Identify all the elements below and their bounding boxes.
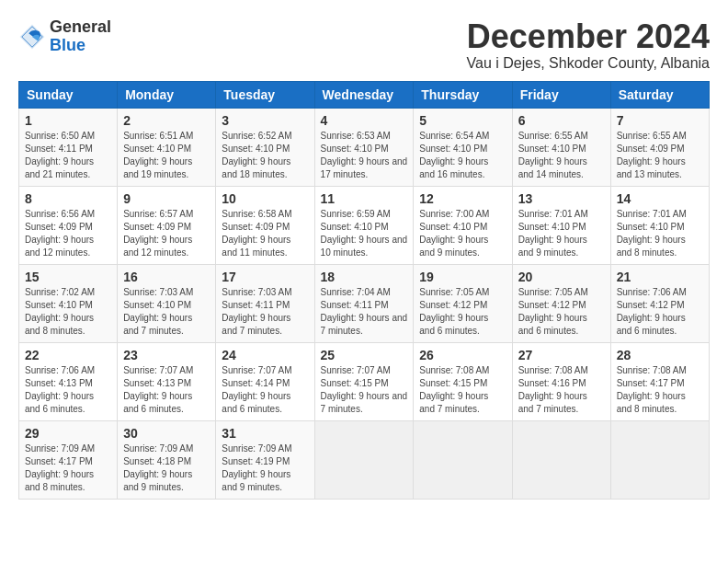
day-info: Sunrise: 7:03 AMSunset: 4:11 PMDaylight:… bbox=[222, 287, 291, 336]
calendar-cell: 26 Sunrise: 7:08 AMSunset: 4:15 PMDaylig… bbox=[414, 342, 512, 420]
day-info: Sunrise: 7:09 AMSunset: 4:17 PMDaylight:… bbox=[25, 443, 95, 492]
calendar-cell: 11 Sunrise: 6:59 AMSunset: 4:10 PMDaylig… bbox=[314, 186, 414, 264]
day-number: 19 bbox=[419, 270, 506, 284]
calendar-week-row: 22 Sunrise: 7:06 AMSunset: 4:13 PMDaylig… bbox=[19, 342, 710, 420]
calendar-cell: 5 Sunrise: 6:54 AMSunset: 4:10 PMDayligh… bbox=[414, 108, 512, 186]
day-number: 9 bbox=[123, 191, 210, 206]
day-number: 15 bbox=[25, 270, 111, 284]
calendar-cell bbox=[414, 420, 512, 499]
day-info: Sunrise: 6:52 AMSunset: 4:10 PMDaylight:… bbox=[222, 131, 291, 179]
calendar-cell: 8 Sunrise: 6:56 AMSunset: 4:09 PMDayligh… bbox=[19, 186, 118, 264]
logo-text: General Blue bbox=[50, 18, 111, 55]
day-number: 16 bbox=[123, 270, 210, 284]
calendar-cell bbox=[610, 420, 709, 499]
day-info: Sunrise: 7:08 AMSunset: 4:15 PMDaylight:… bbox=[419, 365, 489, 414]
logo: General Blue bbox=[18, 18, 111, 55]
calendar-cell: 29 Sunrise: 7:09 AMSunset: 4:17 PMDaylig… bbox=[19, 420, 118, 499]
day-number: 18 bbox=[321, 270, 408, 284]
calendar-day-header: Tuesday bbox=[216, 81, 314, 108]
calendar-cell: 24 Sunrise: 7:07 AMSunset: 4:14 PMDaylig… bbox=[216, 342, 314, 420]
day-info: Sunrise: 7:01 AMSunset: 4:10 PMDaylight:… bbox=[518, 209, 588, 258]
day-info: Sunrise: 7:03 AMSunset: 4:10 PMDaylight:… bbox=[123, 287, 193, 336]
logo-icon bbox=[18, 23, 46, 51]
calendar-cell bbox=[512, 420, 610, 499]
day-number: 20 bbox=[518, 270, 605, 284]
day-info: Sunrise: 6:56 AMSunset: 4:09 PMDaylight:… bbox=[25, 209, 95, 258]
calendar-cell: 27 Sunrise: 7:08 AMSunset: 4:16 PMDaylig… bbox=[512, 342, 610, 420]
calendar-cell: 22 Sunrise: 7:06 AMSunset: 4:13 PMDaylig… bbox=[19, 342, 118, 420]
calendar-cell: 9 Sunrise: 6:57 AMSunset: 4:09 PMDayligh… bbox=[118, 186, 216, 264]
calendar-cell bbox=[314, 420, 414, 499]
day-number: 6 bbox=[518, 113, 605, 128]
day-number: 27 bbox=[518, 348, 605, 362]
calendar-cell: 3 Sunrise: 6:52 AMSunset: 4:10 PMDayligh… bbox=[216, 108, 314, 186]
day-info: Sunrise: 7:07 AMSunset: 4:15 PMDaylight:… bbox=[321, 365, 408, 414]
day-info: Sunrise: 7:07 AMSunset: 4:13 PMDaylight:… bbox=[123, 365, 193, 414]
location-title: Vau i Dejes, Shkoder County, Albania bbox=[467, 55, 710, 72]
calendar-cell: 17 Sunrise: 7:03 AMSunset: 4:11 PMDaylig… bbox=[216, 264, 314, 342]
calendar-cell: 14 Sunrise: 7:01 AMSunset: 4:10 PMDaylig… bbox=[610, 186, 709, 264]
day-info: Sunrise: 7:09 AMSunset: 4:19 PMDaylight:… bbox=[222, 443, 291, 492]
day-info: Sunrise: 7:00 AMSunset: 4:10 PMDaylight:… bbox=[419, 209, 489, 258]
calendar-cell: 19 Sunrise: 7:05 AMSunset: 4:12 PMDaylig… bbox=[414, 264, 512, 342]
calendar-cell: 4 Sunrise: 6:53 AMSunset: 4:10 PMDayligh… bbox=[314, 108, 414, 186]
day-number: 4 bbox=[321, 113, 408, 128]
day-info: Sunrise: 6:55 AMSunset: 4:10 PMDaylight:… bbox=[518, 131, 588, 179]
day-number: 24 bbox=[222, 348, 308, 362]
day-number: 8 bbox=[25, 191, 111, 206]
calendar-cell: 21 Sunrise: 7:06 AMSunset: 4:12 PMDaylig… bbox=[610, 264, 709, 342]
calendar-week-row: 8 Sunrise: 6:56 AMSunset: 4:09 PMDayligh… bbox=[19, 186, 710, 264]
day-info: Sunrise: 6:59 AMSunset: 4:10 PMDaylight:… bbox=[321, 209, 408, 258]
day-info: Sunrise: 7:05 AMSunset: 4:12 PMDaylight:… bbox=[419, 287, 489, 336]
day-info: Sunrise: 6:57 AMSunset: 4:09 PMDaylight:… bbox=[123, 209, 193, 258]
calendar-day-header: Friday bbox=[512, 81, 610, 108]
calendar-table: SundayMondayTuesdayWednesdayThursdayFrid… bbox=[18, 81, 710, 500]
day-number: 30 bbox=[123, 426, 210, 441]
calendar-week-row: 15 Sunrise: 7:02 AMSunset: 4:10 PMDaylig… bbox=[19, 264, 710, 342]
day-number: 22 bbox=[25, 348, 111, 362]
day-info: Sunrise: 7:09 AMSunset: 4:18 PMDaylight:… bbox=[123, 443, 193, 492]
day-number: 31 bbox=[222, 426, 308, 441]
calendar-cell: 31 Sunrise: 7:09 AMSunset: 4:19 PMDaylig… bbox=[216, 420, 314, 499]
calendar-cell: 2 Sunrise: 6:51 AMSunset: 4:10 PMDayligh… bbox=[118, 108, 216, 186]
calendar-day-header: Thursday bbox=[414, 81, 512, 108]
day-info: Sunrise: 6:50 AMSunset: 4:11 PMDaylight:… bbox=[25, 131, 95, 179]
day-number: 13 bbox=[518, 191, 605, 206]
day-info: Sunrise: 6:55 AMSunset: 4:09 PMDaylight:… bbox=[617, 131, 687, 179]
calendar-cell: 13 Sunrise: 7:01 AMSunset: 4:10 PMDaylig… bbox=[512, 186, 610, 264]
day-info: Sunrise: 6:51 AMSunset: 4:10 PMDaylight:… bbox=[123, 131, 193, 179]
calendar-cell: 10 Sunrise: 6:58 AMSunset: 4:09 PMDaylig… bbox=[216, 186, 314, 264]
day-info: Sunrise: 7:05 AMSunset: 4:12 PMDaylight:… bbox=[518, 287, 588, 336]
day-number: 2 bbox=[123, 113, 210, 128]
day-info: Sunrise: 7:08 AMSunset: 4:16 PMDaylight:… bbox=[518, 365, 588, 414]
calendar-day-header: Sunday bbox=[19, 81, 118, 108]
calendar-cell: 30 Sunrise: 7:09 AMSunset: 4:18 PMDaylig… bbox=[118, 420, 216, 499]
day-number: 23 bbox=[123, 348, 210, 362]
day-number: 28 bbox=[617, 348, 703, 362]
day-number: 1 bbox=[25, 113, 111, 128]
day-info: Sunrise: 7:04 AMSunset: 4:11 PMDaylight:… bbox=[321, 287, 408, 336]
day-number: 11 bbox=[321, 191, 408, 206]
page-header: General Blue December 2024 Vau i Dejes, … bbox=[18, 18, 710, 72]
calendar-day-header: Monday bbox=[118, 81, 216, 108]
calendar-cell: 25 Sunrise: 7:07 AMSunset: 4:15 PMDaylig… bbox=[314, 342, 414, 420]
month-title: December 2024 bbox=[467, 18, 710, 55]
calendar-cell: 1 Sunrise: 6:50 AMSunset: 4:11 PMDayligh… bbox=[19, 108, 118, 186]
day-number: 12 bbox=[419, 191, 506, 206]
calendar-cell: 28 Sunrise: 7:08 AMSunset: 4:17 PMDaylig… bbox=[610, 342, 709, 420]
calendar-day-header: Wednesday bbox=[314, 81, 414, 108]
day-number: 10 bbox=[222, 191, 308, 206]
calendar-cell: 20 Sunrise: 7:05 AMSunset: 4:12 PMDaylig… bbox=[512, 264, 610, 342]
calendar-week-row: 29 Sunrise: 7:09 AMSunset: 4:17 PMDaylig… bbox=[19, 420, 710, 499]
day-info: Sunrise: 7:06 AMSunset: 4:13 PMDaylight:… bbox=[25, 365, 95, 414]
day-number: 7 bbox=[617, 113, 703, 128]
calendar-cell: 12 Sunrise: 7:00 AMSunset: 4:10 PMDaylig… bbox=[414, 186, 512, 264]
calendar-cell: 16 Sunrise: 7:03 AMSunset: 4:10 PMDaylig… bbox=[118, 264, 216, 342]
day-info: Sunrise: 7:01 AMSunset: 4:10 PMDaylight:… bbox=[617, 209, 687, 258]
calendar-cell: 7 Sunrise: 6:55 AMSunset: 4:09 PMDayligh… bbox=[610, 108, 709, 186]
day-info: Sunrise: 6:53 AMSunset: 4:10 PMDaylight:… bbox=[321, 131, 408, 179]
day-info: Sunrise: 6:54 AMSunset: 4:10 PMDaylight:… bbox=[419, 131, 489, 179]
calendar-day-header: Saturday bbox=[610, 81, 709, 108]
day-number: 25 bbox=[321, 348, 408, 362]
day-number: 17 bbox=[222, 270, 308, 284]
